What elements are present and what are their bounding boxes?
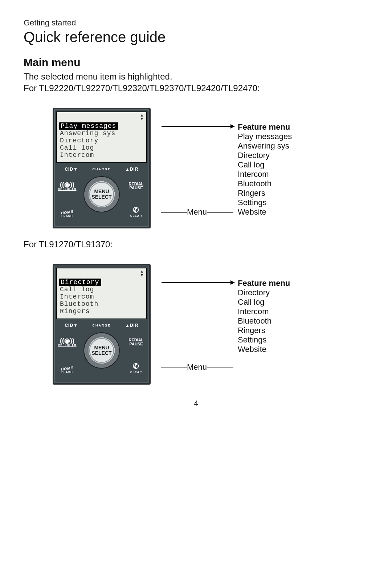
lcd-item: Directory [58,137,145,144]
clear-label: CLEAR [130,214,142,218]
cellular-button[interactable]: ((◉)) CELLULAR [56,178,78,194]
intro-text: The selected menu item is highlighted. [24,72,368,82]
feature-item: Ringers [238,188,368,198]
feature-item: Settings [238,335,368,345]
off-clear-button[interactable]: ✆ CLEAR [125,206,147,218]
keypad: CID▼ CHARGE ▲DIR ((◉)) CELLULAR REDIAL P… [56,165,147,223]
diagram-2: ▲▼ Directory Call log Intercom Bluetooth… [24,264,368,385]
feature-item: Intercom [238,307,368,316]
callout-1: Feature menu Play messages Answering sys… [158,108,368,217]
handset-icon: ✆ [133,206,139,214]
lcd-item: Call log [58,286,145,293]
off-clear-button[interactable]: ✆ CLEAR [125,362,147,374]
callout-2: Feature menu Directory Call log Intercom… [158,264,368,354]
feature-item: Ringers [238,326,368,335]
cellular-button[interactable]: ((◉)) CELLULAR [56,334,78,350]
nav-pad[interactable]: MENU SELECT [83,332,120,369]
softkey-cid[interactable]: CID▼ [56,321,86,329]
keypad: CID▼ CHARGE ▲DIR ((◉)) CELLULAR REDIAL P… [56,321,147,380]
lcd-item: Answering sys [58,130,145,137]
lcd-screen-2: ▲▼ Directory Call log Intercom Bluetooth… [56,268,147,319]
arrow-icon [162,126,234,127]
models-line-2: For TL91270/TL91370: [24,239,368,250]
menu-callout-label: Menu [187,207,207,217]
redial-pause-button[interactable]: REDIAL PAUSE [125,178,147,194]
handset-icon: ✆ [133,362,139,370]
menu-select-button[interactable]: MENU SELECT [89,182,114,207]
arrow-icon [162,282,234,283]
feature-item: Website [238,345,368,354]
softkey-dir[interactable]: ▲DIR [117,165,147,173]
breadcrumb: Getting started [24,18,368,28]
lcd-screen-1: ▲▼ Play messages Answering sys Directory… [56,111,147,163]
softkey-cid[interactable]: CID▼ [56,165,86,173]
lcd-item: Bluetooth [58,300,145,308]
select-label-center: SELECT [91,350,111,356]
feature-item: Call log [238,297,368,307]
feature-item: Directory [238,288,368,297]
menu-label-center: MENU [94,345,109,350]
charge-label: CHARGE [86,166,117,173]
feature-item: Settings [238,198,368,207]
diagram-1: ▲▼ Play messages Answering sys Directory… [24,108,368,228]
feature-item: Call log [238,160,368,170]
menu-callout-label: Menu [187,362,207,372]
pause-label: PAUSE [129,186,143,190]
select-label-center: SELECT [91,194,111,200]
home-flash-button[interactable]: HOME FLASH [56,210,78,218]
lcd-item: Call log [58,144,145,151]
feature-item: Bluetooth [238,316,368,326]
page-title: Quick reference guide [24,29,368,45]
feature-item: Intercom [238,170,368,179]
nav-pad[interactable]: MENU SELECT [83,176,120,212]
feature-item: Bluetooth [238,179,368,188]
feature-menu-heading: Feature menu [238,279,368,288]
handset-2: ▲▼ Directory Call log Intercom Bluetooth… [53,264,151,385]
lcd-item-selected: Directory [59,279,101,286]
feature-item: Answering sys [238,141,368,151]
cellular-label: CELLULAR [58,187,76,191]
softkey-dir[interactable]: ▲DIR [117,321,147,329]
cellular-icon: ((◉)) [60,182,74,187]
lcd-item: Intercom [58,293,145,300]
lcd-item: Ringers [58,308,145,315]
lcd-item: Intercom [58,151,145,159]
feature-menu-heading: Feature menu [238,122,368,132]
menu-select-button[interactable]: MENU SELECT [89,338,114,363]
scroll-indicator-icon: ▲▼ [140,114,143,121]
section-heading: Main menu [24,56,368,69]
handset-1: ▲▼ Play messages Answering sys Directory… [53,108,151,228]
scroll-indicator-icon: ▲▼ [140,270,143,277]
page-number: 4 [24,399,368,407]
redial-pause-button[interactable]: REDIAL PAUSE [125,334,147,350]
clear-label: CLEAR [130,370,142,374]
home-flash-button[interactable]: HOME FLASH [56,366,78,374]
feature-item: Website [238,207,368,217]
models-line-1: For TL92220/TL92270/TL92320/TL92370/TL92… [24,83,368,93]
menu-label-center: MENU [94,189,109,194]
cellular-label: CELLULAR [58,344,76,347]
feature-item: Play messages [238,132,368,141]
lcd-item-selected: Play messages [59,122,118,130]
pause-label: PAUSE [129,342,143,346]
cellular-icon: ((◉)) [60,338,74,344]
feature-item: Directory [238,151,368,160]
charge-label: CHARGE [86,322,117,329]
